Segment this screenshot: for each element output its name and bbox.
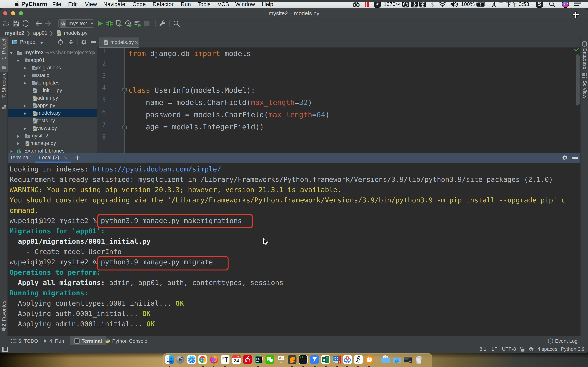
profile-button[interactable] <box>125 18 132 29</box>
tree-item-manage-py[interactable]: manage.py <box>8 140 97 147</box>
breadcrumb-file[interactable]: models.py <box>64 30 87 36</box>
file-encoding[interactable]: UTF-8 <box>502 346 516 352</box>
dock-windows-folder-icon[interactable] <box>392 355 401 364</box>
breadcrumb-package[interactable]: app01 <box>33 30 47 36</box>
dock-safari-icon[interactable] <box>187 355 196 364</box>
run-configuration-select[interactable]: dj mysite2 <box>58 19 94 28</box>
dock-tie-app-icon[interactable] <box>354 355 363 364</box>
run-button[interactable] <box>97 18 103 29</box>
tree-item-app01[interactable]: app01 <box>8 57 97 64</box>
apple-menu[interactable] <box>14 1 19 7</box>
code-line-6[interactable]: password = models.CharField(max_length=6… <box>128 108 330 121</box>
event-log-button[interactable]: Event Log <box>548 336 578 346</box>
dock-chrome-icon[interactable] <box>198 355 207 364</box>
menu-run[interactable]: Run <box>181 1 191 8</box>
debug-button[interactable] <box>106 18 113 29</box>
dock-trash-icon[interactable] <box>415 355 423 364</box>
tree-item-views-py[interactable]: views.py <box>8 125 97 132</box>
terminal-tab-local2[interactable]: Local (2) <box>35 153 71 163</box>
dock-dingtalk-icon[interactable] <box>310 355 319 364</box>
hector-inspector-icon[interactable] <box>528 346 534 352</box>
editor-scrollbar[interactable] <box>576 54 579 106</box>
tree-item-apps-py[interactable]: apps.py <box>8 102 97 109</box>
toolwindow-todo-button[interactable]: 6: TODO <box>11 336 38 346</box>
stripe-database-button[interactable]: Database <box>582 48 588 69</box>
new-terminal-session-button[interactable] <box>75 155 80 160</box>
dock-keynote-icon[interactable] <box>277 355 285 364</box>
menu-edit[interactable]: Edit <box>68 1 78 8</box>
line-separator[interactable]: LF <box>492 346 497 352</box>
project-panel-header[interactable]: Project <box>8 37 97 47</box>
tree-item-static[interactable]: static <box>8 72 97 79</box>
menu-window[interactable]: Window <box>235 1 255 8</box>
window-title-bar[interactable]: mysite2 – models.py <box>0 8 588 18</box>
stripe-structure-button[interactable]: 7: Structure <box>1 72 7 98</box>
synchronize-button[interactable] <box>22 18 29 29</box>
settings-wrench-button[interactable] <box>159 18 166 29</box>
menu-view[interactable]: View <box>85 1 97 8</box>
menu-help[interactable]: Help <box>262 1 273 8</box>
dock-terminal-app-icon[interactable]: $ <box>299 355 308 364</box>
tree-item-admin-py[interactable]: admin.py <box>8 94 97 102</box>
indent-setting[interactable]: 4 spaces <box>537 346 557 352</box>
stripe-favorites-button[interactable]: 2: Favorites <box>1 301 7 327</box>
toolwindow-python-console-button[interactable]: Python Console <box>105 336 147 346</box>
tree-item-migrations[interactable]: migrations <box>8 64 97 72</box>
stripe-sciview-button[interactable]: SciView <box>582 81 588 98</box>
dock-launchpad-icon[interactable] <box>176 355 185 364</box>
tab-models-py[interactable]: models.py <box>99 37 139 48</box>
fold-marker-end[interactable] <box>122 125 127 130</box>
project-settings-gear-icon[interactable] <box>81 39 87 45</box>
forward-button[interactable] <box>45 18 52 29</box>
hide-terminal-button[interactable] <box>572 157 578 159</box>
tree-item-mysite2-pkg[interactable]: mysite2 <box>8 132 97 140</box>
tree-item-external-libraries[interactable]: External Libraries <box>8 147 97 153</box>
terminal-settings-gear-icon[interactable] <box>562 155 568 161</box>
hide-project-panel-button[interactable] <box>91 41 96 43</box>
dock-netease-music-icon[interactable] <box>243 355 252 364</box>
toolwindow-toggle-icon[interactable] <box>2 347 8 352</box>
fold-marker-collapse[interactable] <box>122 88 127 93</box>
code-line-1[interactable]: from django.db import models <box>128 47 251 60</box>
dock-excel-icon[interactable]: X <box>321 355 330 364</box>
python-interpreter[interactable]: Python 3.9 <box>561 346 585 352</box>
dock-orange-tv-icon[interactable] <box>365 355 374 364</box>
dock-minimized-window-icon[interactable] <box>403 355 412 364</box>
dock-baidu-netdisk-icon[interactable] <box>343 355 352 364</box>
dock-calendar-icon[interactable]: 11 24 <box>232 355 241 364</box>
code-line-5[interactable]: name = models.CharField(max_length=32) <box>128 96 312 108</box>
open-file-button[interactable] <box>3 18 9 29</box>
menu-tools[interactable]: Tools <box>198 1 211 8</box>
close-tab-icon[interactable] <box>135 41 138 44</box>
tree-item-templates[interactable]: templates <box>8 79 97 87</box>
run-with-coverage-button[interactable] <box>115 18 122 29</box>
dock-parallels-icon[interactable] <box>332 355 341 364</box>
close-terminal-tab-icon[interactable] <box>64 156 67 160</box>
inspection-ok-icon[interactable] <box>574 47 579 52</box>
save-all-button[interactable] <box>13 18 19 29</box>
lock-icon[interactable] <box>519 347 525 352</box>
collapse-all-button[interactable] <box>68 39 74 45</box>
tree-item-mysite2-root[interactable]: mysite2 ~/PycharmProjects/gx <box>8 49 97 56</box>
editor-area[interactable]: models.py 1 2 3 4 5 6 7 8 from django.db… <box>97 37 580 153</box>
dock-documents-folder-icon[interactable] <box>381 355 390 364</box>
terminal-tool-window[interactable]: Terminal: Local (2) Looking in indexes: … <box>8 153 580 336</box>
code-line-7[interactable]: age = models.IntegerField() <box>128 121 264 133</box>
back-button[interactable] <box>35 18 42 29</box>
menu-app-name[interactable]: PyCharm <box>21 1 47 8</box>
menu-navigate[interactable]: Navigate <box>103 1 125 8</box>
search-everywhere-button[interactable] <box>173 18 180 29</box>
locate-file-button[interactable] <box>57 39 64 45</box>
dock-pycharm-icon[interactable]: PC <box>254 355 263 364</box>
tree-item-models-py[interactable]: models.py <box>8 109 97 117</box>
dock-sublime-icon[interactable] <box>288 355 296 364</box>
run-with-parameters-button[interactable] <box>134 18 142 29</box>
dock-typora-icon[interactable] <box>221 355 230 364</box>
caret-position[interactable]: 8:1 <box>479 346 486 352</box>
tree-item-init-py[interactable]: __init__.py <box>8 87 97 94</box>
menu-vcs[interactable]: VCS <box>218 1 229 8</box>
menu-code[interactable]: Code <box>132 1 146 8</box>
dock-wechat-icon[interactable] <box>266 355 274 364</box>
stripe-project-button[interactable]: 1: Project <box>1 39 7 60</box>
code-line-4[interactable]: class UserInfo(models.Model): <box>128 84 255 96</box>
